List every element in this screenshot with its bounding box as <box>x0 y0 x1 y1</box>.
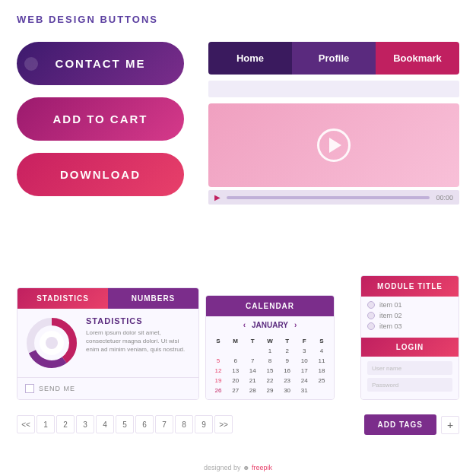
calendar-month: ‹ JANUARY › <box>206 316 334 334</box>
nav-profile[interactable]: Profile <box>292 42 376 75</box>
cal-day-s2: S <box>314 337 329 345</box>
nav-content-bar <box>208 81 459 97</box>
send-me-checkbox[interactable] <box>25 384 34 393</box>
prev-page-button[interactable]: << <box>17 415 35 433</box>
username-field[interactable]: User name <box>367 361 452 375</box>
module-title: MODULE TITLE <box>361 276 459 297</box>
cal-day-m: M <box>228 337 243 345</box>
calendar-body: S M T W T F S 1 2 3 4 <box>206 334 334 399</box>
nav-bookmark[interactable]: Bookmark <box>376 42 459 75</box>
video-controls: ▶ 00:00 <box>208 190 459 205</box>
page-3[interactable]: 3 <box>76 415 94 433</box>
footer: designed by ☻ freepik <box>204 464 272 471</box>
next-month-button[interactable]: › <box>294 321 297 329</box>
add-tags-section: ADD TAGS + <box>364 414 459 435</box>
page-2[interactable]: 2 <box>56 415 75 433</box>
send-me-label: SEND ME <box>39 385 75 392</box>
password-placeholder: Password <box>372 382 398 389</box>
page-title: WEB DESIGN BUTTONS <box>17 14 459 25</box>
cal-row-3: 12 13 14 15 16 17 18 <box>211 367 329 375</box>
send-me-row: SEND ME <box>17 377 198 399</box>
stats-body: STADISTICS Lorem ipsum dolor sit amet, c… <box>17 309 198 377</box>
stats-tab-1[interactable]: STADISTICS <box>17 288 108 309</box>
stats-tab-2[interactable]: NUMBERS <box>108 288 198 309</box>
video-player <box>208 103 459 187</box>
module-items: item 01 item 02 item 03 <box>361 297 459 338</box>
video-time: 00:00 <box>436 194 453 202</box>
item-dot <box>367 301 375 309</box>
cal-row-4: 19 20 21 22 23 24 25 <box>211 376 329 385</box>
add-tags-button[interactable]: ADD TAGS <box>364 414 436 435</box>
cal-day-f: F <box>297 337 312 345</box>
username-placeholder: User name <box>372 365 401 372</box>
page-4[interactable]: 4 <box>96 415 114 433</box>
plus-button[interactable]: + <box>441 416 459 434</box>
month-label: JANUARY <box>252 321 288 329</box>
stats-tabs: STADISTICS NUMBERS <box>17 288 198 309</box>
page-9[interactable]: 9 <box>195 415 213 433</box>
cal-day-t2: T <box>280 337 295 345</box>
stats-title: STADISTICS <box>86 316 191 325</box>
list-item: item 01 <box>367 301 452 309</box>
play-button[interactable] <box>317 129 351 162</box>
login-section: LOGIN <box>361 338 459 357</box>
pagination: << 1 2 3 4 5 6 7 8 9 >> <box>17 415 233 433</box>
addcart-button[interactable]: ADD TO CART <box>17 97 184 141</box>
item-label-3: item 03 <box>379 322 402 330</box>
download-button[interactable]: DOWNLOAD <box>17 153 184 196</box>
nav-tabs: Home Profile Bookmark <box>208 42 459 75</box>
svg-point-4 <box>46 337 58 349</box>
page-8[interactable]: 8 <box>175 415 193 433</box>
video-progress-bar[interactable] <box>227 196 430 199</box>
footer-brand: freepik <box>252 464 272 471</box>
item-dot <box>367 322 375 330</box>
calendar-header: CALENDAR <box>206 296 334 316</box>
prev-month-button[interactable]: ‹ <box>243 321 246 329</box>
cal-header-row: S M T W T F S <box>211 337 329 345</box>
list-item: item 02 <box>367 312 452 319</box>
right-panel: Home Profile Bookmark ▶ 00:00 <box>208 42 459 205</box>
cal-day-w: W <box>262 337 278 345</box>
cal-row-2: 5 6 7 8 9 10 11 <box>211 357 329 365</box>
cal-row-1: 1 2 3 4 <box>211 347 329 355</box>
item-dot <box>367 312 375 319</box>
list-item: item 03 <box>367 322 452 330</box>
calendar-widget: CALENDAR ‹ JANUARY › S M T W T F S <box>205 295 335 400</box>
button-group: CONTACT ME ADD TO CART DOWNLOAD <box>17 42 192 196</box>
donut-chart <box>25 316 78 370</box>
item-label-1: item 01 <box>379 301 402 309</box>
login-fields: User name Password <box>361 357 459 399</box>
next-page-button[interactable]: >> <box>214 415 233 433</box>
item-label-2: item 02 <box>379 312 402 319</box>
password-field[interactable]: Password <box>367 378 452 392</box>
page-7[interactable]: 7 <box>155 415 173 433</box>
cal-row-5: 26 27 28 29 30 31 <box>211 386 329 395</box>
video-play-small-icon[interactable]: ▶ <box>214 193 221 202</box>
page-6[interactable]: 6 <box>135 415 154 433</box>
stats-info: STADISTICS Lorem ipsum dolor sit amet, c… <box>86 316 191 370</box>
module-widget: MODULE TITLE item 01 item 02 item 03 LOG… <box>360 275 459 400</box>
page-1[interactable]: 1 <box>36 415 55 433</box>
page-5[interactable]: 5 <box>116 415 134 433</box>
stats-body-text: Lorem ipsum dolor sit amet, consectetuer… <box>86 328 191 354</box>
stats-widget: STADISTICS NUMBERS STADISTICS Lorem ipsu… <box>17 287 199 400</box>
play-icon <box>329 138 341 153</box>
contact-button[interactable]: CONTACT ME <box>17 42 184 85</box>
nav-home[interactable]: Home <box>208 42 292 75</box>
cal-day-s1: S <box>211 337 226 345</box>
cal-day-t1: T <box>245 337 260 345</box>
